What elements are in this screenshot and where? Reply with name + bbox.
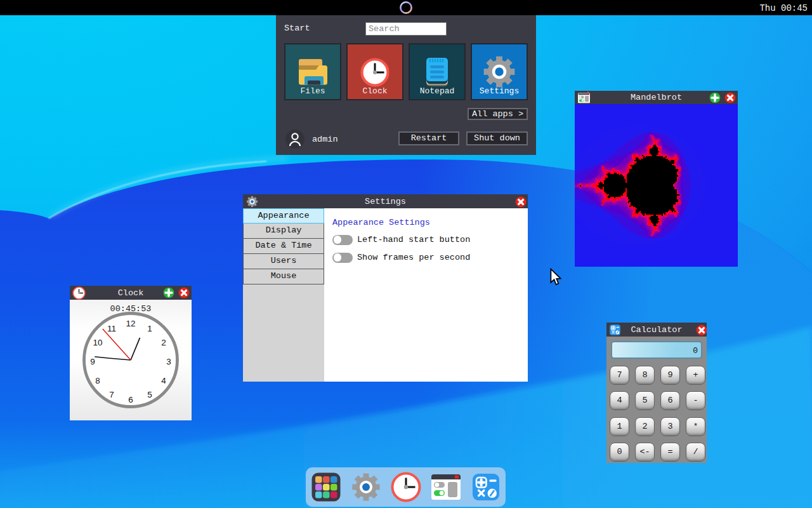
svg-text:4: 4 (161, 376, 166, 385)
svg-text:9: 9 (90, 357, 95, 366)
svg-text:3: 3 (166, 357, 171, 366)
svg-text:6: 6 (128, 395, 133, 404)
svg-text:10: 10 (93, 338, 102, 347)
svg-text:1: 1 (147, 324, 152, 333)
svg-text:12: 12 (126, 319, 135, 328)
svg-text:2: 2 (161, 338, 166, 347)
svg-text:5: 5 (147, 390, 152, 399)
svg-text:7: 7 (109, 390, 114, 399)
svg-text:8: 8 (95, 376, 100, 385)
svg-text:11: 11 (107, 324, 116, 333)
